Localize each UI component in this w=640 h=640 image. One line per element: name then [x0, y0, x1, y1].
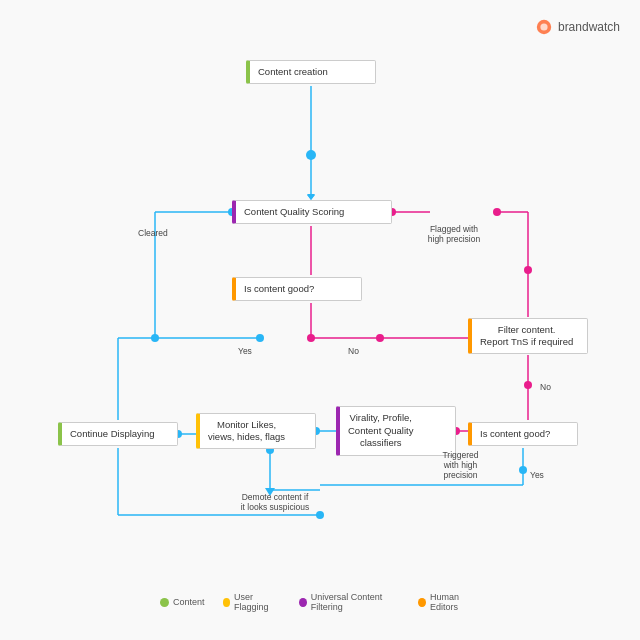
logo-text: brandwatch — [558, 20, 620, 34]
virality-label: Virality, Profile,Content Qualityclassif… — [348, 412, 413, 449]
edge-label-demote: Demote content ifit looks suspicious — [230, 492, 320, 512]
is-content-good-1-label: Is content good? — [244, 283, 314, 295]
svg-point-30 — [519, 466, 527, 474]
svg-point-1 — [540, 23, 547, 30]
legend-item-user-flagging: User Flagging — [223, 592, 282, 612]
edge-label-yes2: Yes — [530, 470, 544, 480]
edge-label-yes: Yes — [238, 346, 252, 356]
brandwatch-icon — [535, 18, 553, 36]
node-is-content-good-2: Is content good? — [468, 420, 578, 448]
legend-item-ucf: Universal Content Filtering — [299, 592, 400, 612]
legend-item-content: Content — [160, 597, 205, 607]
node-continue-displaying: Continue Displaying — [58, 420, 178, 448]
brandwatch-logo: brandwatch — [535, 18, 620, 36]
is-content-good-2-label: Is content good? — [480, 428, 550, 440]
edge-label-triggered: Triggeredwith highprecision — [433, 450, 488, 481]
content-creation-label: Content creation — [258, 66, 328, 78]
edge-label-cleared: Cleared — [138, 228, 168, 238]
node-virality: Virality, Profile,Content Qualityclassif… — [336, 408, 456, 454]
legend-label-content: Content — [173, 597, 205, 607]
filter-content-label: Filter content.Report TnS if required — [480, 324, 573, 349]
edge-label-no2: No — [540, 382, 551, 392]
legend-label-human-editors: Human Editors — [430, 592, 480, 612]
legend-dot-content — [160, 598, 169, 607]
flowchart-canvas: brandwatch — [0, 0, 640, 640]
node-monitor-likes: Monitor Likes,views, hides, flags — [196, 412, 316, 450]
svg-point-19 — [307, 334, 315, 342]
svg-point-8 — [151, 334, 159, 342]
svg-point-15 — [524, 266, 532, 274]
edge-label-no: No — [348, 346, 359, 356]
content-quality-scoring-label: Content Quality Scoring — [244, 206, 344, 218]
node-content-creation: Content creation — [246, 58, 376, 86]
svg-point-13 — [493, 208, 501, 216]
legend-item-human-editors: Human Editors — [418, 592, 480, 612]
svg-point-27 — [524, 381, 532, 389]
legend-dot-human-editors — [418, 598, 426, 607]
node-content-quality-scoring: Content Quality Scoring — [232, 198, 392, 226]
svg-point-3 — [306, 150, 316, 160]
svg-point-9 — [256, 334, 264, 342]
legend-dot-user-flagging — [223, 598, 231, 607]
continue-displaying-label: Continue Displaying — [70, 428, 155, 440]
node-filter-content: Filter content.Report TnS if required — [468, 317, 588, 355]
monitor-likes-label: Monitor Likes,views, hides, flags — [208, 419, 285, 444]
legend-dot-ucf — [299, 598, 307, 607]
legend-label-user-flagging: User Flagging — [234, 592, 281, 612]
edge-label-flagged: Flagged withhigh precision — [424, 224, 484, 244]
legend: Content User Flagging Universal Content … — [160, 592, 480, 612]
svg-point-25 — [376, 334, 384, 342]
node-is-content-good-1: Is content good? — [232, 275, 362, 303]
legend-label-ucf: Universal Content Filtering — [311, 592, 401, 612]
